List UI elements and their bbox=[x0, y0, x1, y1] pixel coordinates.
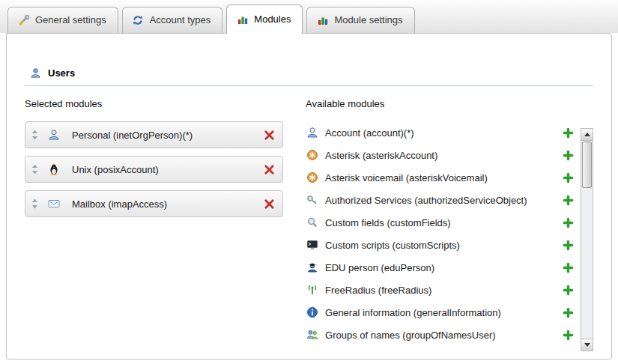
drag-handle-icon[interactable] bbox=[31, 164, 38, 175]
tab-modules[interactable]: Modules bbox=[226, 4, 303, 34]
available-module-row-asterisk-voicemail: Asterisk voicemail (asteriskVoicemail) bbox=[306, 166, 574, 189]
antenna-icon bbox=[306, 284, 318, 297]
add-module-button[interactable] bbox=[563, 195, 574, 206]
tab-module-settings[interactable]: Module settings bbox=[306, 7, 414, 33]
available-module-row-freeradius: FreeRadius (freeRadius) bbox=[306, 279, 574, 301]
tab-label: General settings bbox=[35, 14, 106, 25]
modules-icon bbox=[316, 13, 329, 26]
available-module-label: General information (generalInformation) bbox=[325, 307, 501, 318]
mailbox-icon bbox=[47, 198, 60, 210]
available-module-row-custom-fields: Custom fields (customFields) bbox=[306, 211, 574, 234]
add-module-button[interactable] bbox=[563, 217, 574, 228]
remove-module-button[interactable] bbox=[264, 164, 275, 175]
selected-module-row-unix[interactable]: Unix (posixAccount) bbox=[25, 156, 283, 183]
sync-icon bbox=[132, 13, 145, 26]
available-module-row-groups-of-names: Groups of names (groupOfNamesUser) bbox=[306, 324, 574, 346]
modules-panel: Users Selected modules Personal (inetOrg… bbox=[6, 33, 612, 360]
available-module-row-custom-scripts: Custom scripts (customScripts) bbox=[306, 234, 574, 256]
available-module-label: FreeRadius (freeRadius) bbox=[325, 285, 431, 296]
add-module-button[interactable] bbox=[563, 127, 574, 139]
magnifier-icon bbox=[306, 216, 318, 229]
section-divider bbox=[25, 85, 593, 86]
remove-module-button[interactable] bbox=[264, 198, 275, 210]
drag-handle-icon[interactable] bbox=[31, 198, 38, 209]
tab-label: Module settings bbox=[334, 14, 402, 25]
terminal-icon bbox=[306, 239, 318, 252]
tab-bar: General settings Account types Modules M… bbox=[0, 0, 618, 33]
available-module-row-account: Account (account)(*) bbox=[306, 121, 574, 144]
tab-general-settings[interactable]: General settings bbox=[7, 7, 118, 33]
scrollbar-down-button[interactable] bbox=[581, 339, 593, 351]
drag-handle-icon[interactable] bbox=[31, 130, 38, 140]
modules-icon bbox=[236, 13, 249, 25]
section-heading: Users bbox=[29, 67, 593, 79]
add-module-button[interactable] bbox=[563, 150, 574, 161]
add-module-button[interactable] bbox=[563, 330, 574, 341]
available-module-label: EDU person (eduPerson) bbox=[325, 262, 434, 273]
tux-icon bbox=[47, 163, 60, 176]
tab-account-types[interactable]: Account types bbox=[122, 7, 223, 33]
available-module-label: Asterisk (asteriskAccount) bbox=[325, 150, 437, 161]
available-module-label: Account (account)(*) bbox=[325, 127, 414, 139]
add-module-button[interactable] bbox=[563, 307, 574, 318]
down-arrow-icon bbox=[584, 343, 590, 347]
selected-module-row-mailbox[interactable]: Mailbox (imapAccess) bbox=[25, 190, 283, 217]
add-module-button[interactable] bbox=[563, 285, 574, 296]
available-modules-scrollbar[interactable] bbox=[581, 128, 593, 351]
person-icon bbox=[47, 129, 60, 142]
available-module-label: Custom fields (customFields) bbox=[325, 217, 451, 228]
scrollbar-up-button[interactable] bbox=[581, 129, 593, 141]
available-module-label: Groups of names (groupOfNamesUser) bbox=[325, 330, 496, 341]
tab-label: Account types bbox=[150, 14, 211, 25]
edu-person-icon bbox=[306, 261, 318, 274]
available-module-row-authorized-services: Authorized Services (authorizedServiceOb… bbox=[306, 189, 574, 211]
available-modules-list: Account (account)(*) Asterisk (asteriskA… bbox=[306, 121, 593, 346]
selected-module-label: Mailbox (imapAccess) bbox=[72, 198, 167, 210]
tools-icon bbox=[17, 13, 30, 26]
available-module-row-asterisk: Asterisk (asteriskAccount) bbox=[306, 144, 574, 166]
up-arrow-icon bbox=[584, 133, 590, 136]
available-module-label: Authorized Services (authorizedServiceOb… bbox=[325, 195, 527, 206]
available-modules-heading: Available modules bbox=[306, 98, 593, 109]
person-icon bbox=[306, 127, 318, 139]
selected-module-label: Personal (inetOrgPerson)(*) bbox=[72, 130, 193, 141]
available-module-row-edu-person: EDU person (eduPerson) bbox=[306, 256, 574, 279]
add-module-button[interactable] bbox=[563, 172, 574, 183]
tab-label: Modules bbox=[254, 13, 291, 25]
services-icon bbox=[306, 194, 318, 207]
user-icon bbox=[29, 67, 42, 79]
available-module-row-general-information: General information (generalInformation) bbox=[306, 301, 574, 324]
selected-modules-column: Selected modules Personal (inetOrgPerson… bbox=[25, 98, 283, 346]
scrollbar-thumb[interactable] bbox=[582, 142, 592, 188]
section-title: Users bbox=[48, 67, 75, 79]
available-module-label: Asterisk voicemail (asteriskVoicemail) bbox=[325, 172, 488, 183]
remove-module-button[interactable] bbox=[264, 130, 275, 141]
selected-module-row-personal[interactable]: Personal (inetOrgPerson)(*) bbox=[25, 121, 283, 148]
group-icon bbox=[306, 329, 318, 342]
add-module-button[interactable] bbox=[563, 240, 574, 251]
available-module-label: Custom scripts (customScripts) bbox=[325, 240, 460, 251]
info-icon bbox=[306, 306, 318, 319]
asterisk-icon bbox=[306, 149, 318, 162]
selected-modules-heading: Selected modules bbox=[25, 98, 283, 109]
available-modules-column: Available modules Account (account)(*) bbox=[306, 98, 593, 346]
selected-module-label: Unix (posixAccount) bbox=[72, 164, 159, 175]
add-module-button[interactable] bbox=[563, 262, 574, 273]
asterisk-icon bbox=[306, 172, 318, 184]
